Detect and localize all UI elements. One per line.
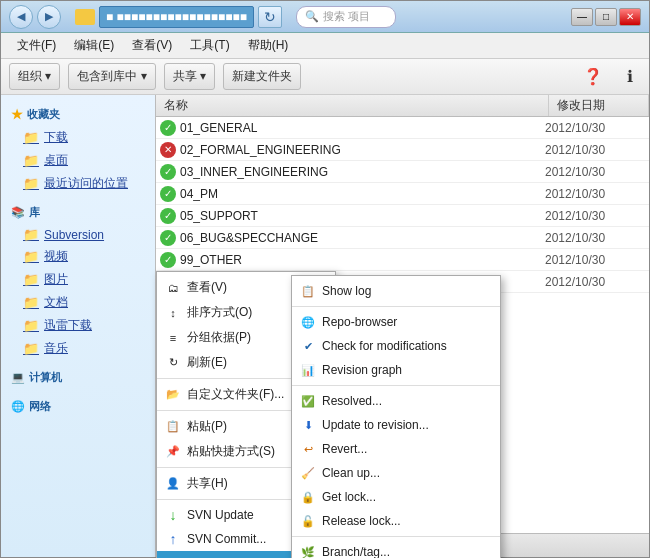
status-icon: ✓ [160, 230, 176, 246]
svn-release-lock[interactable]: 🔓 Release lock... [292, 509, 500, 533]
cleanup-icon: 🧹 [300, 465, 316, 481]
sidebar-computer-label: 计算机 [29, 370, 62, 385]
col-header-date[interactable]: 修改日期 [549, 95, 649, 116]
sidebar-library-header: 📚 库 [1, 201, 155, 224]
sidebar-library-section: 📚 库 📁 Subversion 📁 视频 📁 图片 📁 文档 [1, 201, 155, 360]
main-window: ◀ ▶ ■ ■■■■■■■■■■■■■■■■■■ ↻ 🔍 搜索 项目 — □ ✕… [0, 0, 650, 558]
sidebar-item-desktop-label: 桌面 [44, 152, 68, 169]
table-row[interactable]: ✓ 04_PM 2012/10/30 [156, 183, 649, 205]
svn-show-log[interactable]: 📋 Show log [292, 279, 500, 303]
file-date: 2012/10/30 [545, 165, 645, 179]
forward-button[interactable]: ▶ [37, 5, 61, 29]
sidebar-item-desktop[interactable]: 📁 桌面 [1, 149, 155, 172]
menu-bar: 文件(F) 编辑(E) 查看(V) 工具(T) 帮助(H) [1, 33, 649, 59]
svn-revert-label: Revert... [322, 442, 367, 456]
file-date: 2012/10/30 [545, 143, 645, 157]
toolbar-help-button[interactable]: ❓ [575, 63, 611, 90]
sidebar-item-thunder-label: 迅雷下载 [44, 317, 92, 334]
search-icon: 🔍 [305, 10, 319, 23]
sidebar-item-video[interactable]: 📁 视频 [1, 245, 155, 268]
status-icon: ✓ [160, 164, 176, 180]
svn-repo-browser-label: Repo-browser [322, 315, 397, 329]
sidebar-favorites-section: ★ 收藏夹 📁 下载 📁 桌面 📁 最近访问的位置 [1, 103, 155, 195]
status-icon: ✕ [160, 142, 176, 158]
share-button[interactable]: 共享 ▾ [164, 63, 215, 90]
include-library-button[interactable]: 包含到库中 ▾ [68, 63, 155, 90]
folder-icon [75, 9, 95, 25]
sidebar-item-thunder[interactable]: 📁 迅雷下载 [1, 314, 155, 337]
organize-button[interactable]: 组织 ▾ [9, 63, 60, 90]
check-icon: ✔ [300, 338, 316, 354]
title-bar: ◀ ▶ ■ ■■■■■■■■■■■■■■■■■■ ↻ 🔍 搜索 项目 — □ ✕ [1, 1, 649, 33]
menu-view[interactable]: 查看(V) [124, 34, 180, 57]
refresh-button[interactable]: ↻ [258, 6, 282, 28]
status-icon: ✓ [160, 120, 176, 136]
customize-icon: 📂 [165, 387, 181, 403]
log-icon: 📋 [300, 283, 316, 299]
table-row[interactable]: ✓ 01_GENERAL 2012/10/30 [156, 117, 649, 139]
svn-resolved[interactable]: ✅ Resolved... [292, 389, 500, 413]
status-icon: ✓ [160, 252, 176, 268]
minimize-button[interactable]: — [571, 8, 593, 26]
svn-update-to-revision[interactable]: ⬇ Update to revision... [292, 413, 500, 437]
svn-check-modifications-label: Check for modifications [322, 339, 447, 353]
svn-revision-graph[interactable]: 📊 Revision graph [292, 358, 500, 382]
table-row[interactable]: ✓ 03_INNER_ENGINEERING 2012/10/30 [156, 161, 649, 183]
table-row[interactable]: ✓ 06_BUG&SPECCHANGE 2012/10/30 [156, 227, 649, 249]
share-icon: 👤 [165, 476, 181, 492]
svn-submenu: 📋 Show log 🌐 Repo-browser ✔ Check for mo… [291, 275, 501, 558]
sidebar-item-download[interactable]: 📁 下载 [1, 126, 155, 149]
file-name: 06_BUG&SPECCHANGE [180, 231, 545, 245]
sidebar-item-video-label: 视频 [44, 248, 68, 265]
table-row[interactable]: ✕ 02_FORMAL_ENGINEERING 2012/10/30 [156, 139, 649, 161]
computer-icon: 💻 [11, 371, 25, 384]
svn-cleanup-label: Clean up... [322, 466, 380, 480]
update-icon: ⬇ [300, 417, 316, 433]
maximize-button[interactable]: □ [595, 8, 617, 26]
sidebar-item-music[interactable]: 📁 音乐 [1, 337, 155, 360]
svn-repo-browser[interactable]: 🌐 Repo-browser [292, 310, 500, 334]
close-button[interactable]: ✕ [619, 8, 641, 26]
sidebar-item-pictures[interactable]: 📁 图片 [1, 268, 155, 291]
revert-icon: ↩ [300, 441, 316, 457]
file-date: 2012/10/30 [545, 121, 645, 135]
table-row[interactable]: ✓ 05_SUPPORT 2012/10/30 [156, 205, 649, 227]
menu-file[interactable]: 文件(F) [9, 34, 64, 57]
svn-cleanup[interactable]: 🧹 Clean up... [292, 461, 500, 485]
sidebar-item-recent[interactable]: 📁 最近访问的位置 [1, 172, 155, 195]
menu-tools[interactable]: 工具(T) [182, 34, 237, 57]
address-bar[interactable]: ■ ■■■■■■■■■■■■■■■■■■ [99, 6, 254, 28]
svn-revert[interactable]: ↩ Revert... [292, 437, 500, 461]
ctx-refresh-label: 刷新(E) [187, 354, 227, 371]
file-name: 99_OTHER [180, 253, 545, 267]
ctx-customize-label: 自定义文件夹(F)... [187, 386, 284, 403]
sidebar-network-header: 🌐 网络 [1, 395, 155, 418]
col-header-name[interactable]: 名称 [156, 95, 549, 116]
svn-branch-tag[interactable]: 🌿 Branch/tag... [292, 540, 500, 558]
back-button[interactable]: ◀ [9, 5, 33, 29]
folder-icon: 📁 [23, 130, 39, 145]
folder-icon: 📁 [23, 341, 39, 356]
ctx-svn-commit-label: SVN Commit... [187, 532, 266, 546]
folder-icon: 📁 [23, 227, 39, 242]
svn-get-lock[interactable]: 🔒 Get lock... [292, 485, 500, 509]
paste-shortcut-icon: 📌 [165, 444, 181, 460]
network-icon: 🌐 [11, 400, 25, 413]
sidebar-item-docs[interactable]: 📁 文档 [1, 291, 155, 314]
toolbar-info-button[interactable]: ℹ [619, 63, 641, 90]
svn-check-modifications[interactable]: ✔ Check for modifications [292, 334, 500, 358]
toolbar: 组织 ▾ 包含到库中 ▾ 共享 ▾ 新建文件夹 ❓ ℹ [1, 59, 649, 95]
paste-icon: 📋 [165, 419, 181, 435]
new-folder-button[interactable]: 新建文件夹 [223, 63, 301, 90]
table-row[interactable]: ✓ 99_OTHER 2012/10/30 [156, 249, 649, 271]
file-name: 03_INNER_ENGINEERING [180, 165, 545, 179]
folder-icon: 📁 [23, 295, 39, 310]
group-icon: ≡ [165, 330, 181, 346]
menu-edit[interactable]: 编辑(E) [66, 34, 122, 57]
search-bar[interactable]: 🔍 搜索 项目 [296, 6, 396, 28]
folder-icon: 📁 [23, 153, 39, 168]
ctx-separator [292, 536, 500, 537]
menu-help[interactable]: 帮助(H) [240, 34, 297, 57]
search-placeholder: 搜索 项目 [323, 9, 370, 24]
sidebar-item-subversion[interactable]: 📁 Subversion [1, 224, 155, 245]
